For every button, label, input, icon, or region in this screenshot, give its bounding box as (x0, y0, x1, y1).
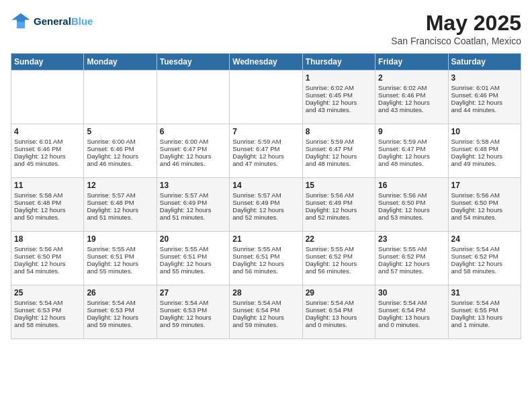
day-number: 25 (14, 288, 81, 298)
day-info: Sunset: 6:46 PM (14, 145, 81, 152)
day-info: Sunset: 6:52 PM (378, 253, 445, 260)
day-info: and 52 minutes. (232, 214, 299, 221)
calendar-cell: 11Sunrise: 5:58 AMSunset: 6:48 PMDayligh… (11, 178, 84, 232)
day-info: Daylight: 12 hours (232, 152, 299, 160)
day-info: Sunrise: 5:55 AM (378, 245, 445, 253)
day-number: 12 (87, 181, 153, 190)
calendar-cell: 14Sunrise: 5:57 AMSunset: 6:49 PMDayligh… (230, 178, 302, 232)
day-info: Sunset: 6:54 PM (306, 306, 372, 314)
calendar-cell: 30Sunrise: 5:54 AMSunset: 6:54 PMDayligh… (375, 285, 448, 339)
day-info: Sunrise: 5:54 AM (378, 299, 445, 306)
day-info: and 55 minutes. (160, 267, 226, 275)
location: San Francisco Coatlan, Mexico (391, 36, 521, 46)
day-info: and 59 minutes. (87, 321, 153, 328)
day-info: Sunset: 6:53 PM (160, 306, 226, 314)
day-info: Daylight: 12 hours (160, 206, 226, 214)
day-info: and 43 minutes. (306, 106, 372, 113)
day-info: and 1 minute. (451, 321, 518, 328)
day-info: Daylight: 12 hours (451, 99, 518, 106)
day-info: and 45 minutes. (14, 160, 81, 167)
day-number: 21 (232, 234, 299, 244)
calendar-cell: 19Sunrise: 5:55 AMSunset: 6:51 PMDayligh… (84, 232, 157, 285)
day-number: 30 (378, 288, 445, 298)
svg-marker-1 (12, 13, 30, 22)
day-info: and 51 minutes. (160, 214, 226, 221)
logo: GeneralBlue (11, 11, 93, 31)
day-info: Sunrise: 6:01 AM (14, 138, 81, 145)
day-info: Sunset: 6:54 PM (378, 306, 445, 314)
day-info: Daylight: 12 hours (14, 152, 81, 160)
day-info: Sunrise: 5:54 AM (14, 299, 81, 306)
day-info: Sunset: 6:47 PM (232, 145, 299, 152)
day-info: and 0 minutes. (378, 321, 445, 328)
day-info: and 52 minutes. (306, 214, 372, 221)
day-number: 11 (14, 181, 81, 190)
day-info: and 59 minutes. (160, 321, 226, 328)
day-info: Sunrise: 5:57 AM (160, 191, 226, 199)
day-info: Daylight: 12 hours (378, 99, 445, 106)
day-info: Sunrise: 5:54 AM (160, 299, 226, 306)
weekday-header-sunday: Sunday (11, 54, 84, 71)
weekday-header-monday: Monday (84, 54, 157, 71)
month-title: May 2025 (391, 11, 521, 36)
day-info: Sunrise: 5:59 AM (232, 138, 299, 145)
day-info: and 59 minutes. (232, 321, 299, 328)
day-info: Daylight: 12 hours (378, 152, 445, 160)
day-info: Sunrise: 6:02 AM (306, 84, 372, 91)
day-number: 18 (14, 234, 81, 244)
day-info: Sunset: 6:51 PM (232, 253, 299, 260)
day-info: Daylight: 12 hours (87, 314, 153, 321)
day-number: 17 (451, 181, 518, 190)
day-info: Sunrise: 5:55 AM (232, 245, 299, 253)
day-number: 10 (451, 127, 518, 136)
day-info: Sunset: 6:48 PM (14, 199, 81, 206)
day-info: Sunset: 6:51 PM (160, 253, 226, 260)
day-info: and 0 minutes. (306, 321, 372, 328)
day-number: 19 (87, 234, 153, 244)
day-info: Sunrise: 5:58 AM (14, 191, 81, 199)
calendar-week-3: 11Sunrise: 5:58 AMSunset: 6:48 PMDayligh… (11, 178, 521, 232)
day-info: Daylight: 13 hours (306, 314, 372, 321)
day-info: Sunrise: 5:54 AM (451, 245, 518, 253)
day-info: Sunset: 6:46 PM (451, 91, 518, 99)
day-info: Daylight: 13 hours (451, 314, 518, 321)
day-info: Sunrise: 6:00 AM (87, 138, 153, 145)
day-info: Sunrise: 6:02 AM (378, 84, 445, 91)
calendar-cell: 15Sunrise: 5:56 AMSunset: 6:49 PMDayligh… (302, 178, 375, 232)
day-info: and 48 minutes. (306, 160, 372, 167)
day-info: Daylight: 12 hours (306, 99, 372, 106)
day-info: and 51 minutes. (87, 214, 153, 221)
day-info: Sunset: 6:53 PM (87, 306, 153, 314)
day-number: 15 (306, 181, 372, 190)
day-info: Daylight: 12 hours (306, 206, 372, 214)
title-block: May 2025 San Francisco Coatlan, Mexico (391, 11, 521, 46)
day-info: Sunrise: 5:54 AM (87, 299, 153, 306)
day-info: Sunset: 6:52 PM (306, 253, 372, 260)
calendar-cell: 6Sunrise: 6:00 AMSunset: 6:47 PMDaylight… (157, 124, 229, 178)
calendar-cell (84, 71, 157, 124)
calendar-cell: 18Sunrise: 5:56 AMSunset: 6:50 PMDayligh… (11, 232, 84, 285)
day-info: Sunset: 6:46 PM (378, 91, 445, 99)
calendar-cell: 26Sunrise: 5:54 AMSunset: 6:53 PMDayligh… (84, 285, 157, 339)
day-info: and 53 minutes. (378, 214, 445, 221)
day-number: 14 (232, 181, 299, 190)
day-info: Sunset: 6:52 PM (451, 253, 518, 260)
day-info: Sunrise: 5:59 AM (306, 138, 372, 145)
day-info: Daylight: 12 hours (232, 206, 299, 214)
calendar-cell: 8Sunrise: 5:59 AMSunset: 6:47 PMDaylight… (302, 124, 375, 178)
day-number: 31 (451, 288, 518, 298)
day-info: Sunset: 6:47 PM (306, 145, 372, 152)
calendar-week-5: 25Sunrise: 5:54 AMSunset: 6:53 PMDayligh… (11, 285, 521, 339)
calendar-cell: 1Sunrise: 6:02 AMSunset: 6:45 PMDaylight… (302, 71, 375, 124)
weekday-header-row: SundayMondayTuesdayWednesdayThursdayFrid… (11, 54, 521, 71)
day-info: Sunrise: 5:54 AM (306, 299, 372, 306)
calendar-cell (11, 71, 84, 124)
day-info: and 58 minutes. (14, 321, 81, 328)
calendar-cell: 27Sunrise: 5:54 AMSunset: 6:53 PMDayligh… (157, 285, 229, 339)
calendar-cell: 28Sunrise: 5:54 AMSunset: 6:54 PMDayligh… (230, 285, 302, 339)
day-info: and 55 minutes. (87, 267, 153, 275)
day-info: Sunset: 6:47 PM (160, 145, 226, 152)
day-info: Sunrise: 5:56 AM (451, 191, 518, 199)
day-info: Sunrise: 5:57 AM (87, 191, 153, 199)
day-number: 3 (451, 73, 518, 83)
